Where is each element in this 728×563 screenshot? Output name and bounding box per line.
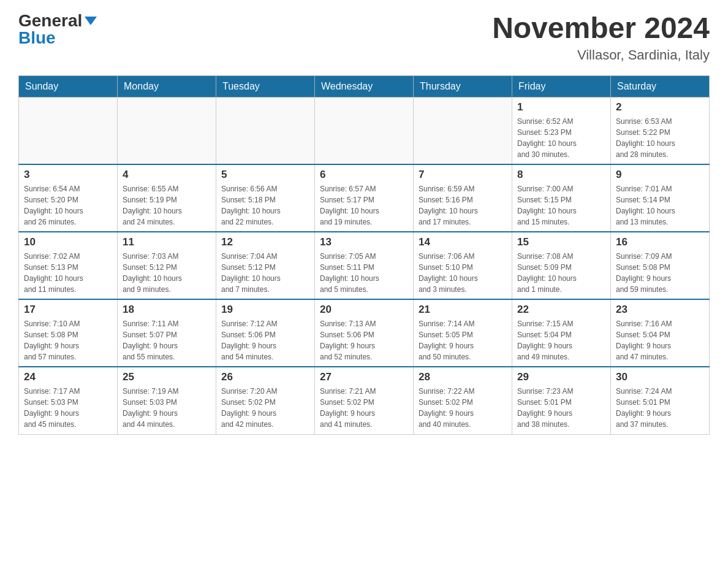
day-info: Sunrise: 7:08 AMSunset: 5:09 PMDaylight:… (517, 251, 605, 295)
calendar-cell: 29Sunrise: 7:23 AMSunset: 5:01 PMDayligh… (512, 367, 611, 434)
day-number: 2 (616, 101, 704, 113)
calendar-cell: 24Sunrise: 7:17 AMSunset: 5:03 PMDayligh… (19, 367, 118, 434)
calendar-cell: 14Sunrise: 7:06 AMSunset: 5:10 PMDayligh… (414, 232, 512, 299)
day-info: Sunrise: 7:03 AMSunset: 5:12 PMDaylight:… (123, 251, 211, 295)
day-of-week-header: Saturday (611, 75, 710, 97)
day-number: 10 (24, 236, 112, 248)
day-info: Sunrise: 7:22 AMSunset: 5:02 PMDaylight:… (419, 386, 507, 430)
day-info: Sunrise: 7:01 AMSunset: 5:14 PMDaylight:… (616, 183, 704, 228)
day-info: Sunrise: 7:11 AMSunset: 5:07 PMDaylight:… (123, 318, 211, 362)
day-info: Sunrise: 7:21 AMSunset: 5:02 PMDaylight:… (320, 386, 408, 430)
day-number: 8 (517, 169, 605, 181)
calendar-table: SundayMondayTuesdayWednesdayThursdayFrid… (18, 75, 710, 435)
day-of-week-header: Tuesday (216, 75, 315, 97)
calendar-cell (414, 97, 512, 164)
calendar-cell: 23Sunrise: 7:16 AMSunset: 5:04 PMDayligh… (611, 299, 710, 367)
calendar-cell: 21Sunrise: 7:14 AMSunset: 5:05 PMDayligh… (414, 299, 512, 367)
week-row: 1Sunrise: 6:52 AMSunset: 5:23 PMDaylight… (19, 97, 710, 164)
day-number: 13 (320, 236, 408, 248)
day-info: Sunrise: 7:17 AMSunset: 5:03 PMDaylight:… (24, 386, 112, 430)
day-number: 23 (616, 304, 704, 316)
day-of-week-header: Friday (512, 75, 611, 97)
day-info: Sunrise: 7:24 AMSunset: 5:01 PMDaylight:… (616, 386, 704, 430)
day-info: Sunrise: 7:04 AMSunset: 5:12 PMDaylight:… (221, 251, 309, 295)
calendar-cell: 1Sunrise: 6:52 AMSunset: 5:23 PMDaylight… (512, 97, 611, 164)
calendar-cell (19, 97, 118, 164)
day-info: Sunrise: 6:59 AMSunset: 5:16 PMDaylight:… (419, 183, 507, 228)
logo-general-text: General (18, 12, 82, 29)
day-number: 25 (123, 371, 211, 383)
day-info: Sunrise: 7:13 AMSunset: 5:06 PMDaylight:… (320, 318, 408, 362)
location-text: Villasor, Sardinia, Italy (492, 47, 710, 63)
calendar-cell: 12Sunrise: 7:04 AMSunset: 5:12 PMDayligh… (216, 232, 315, 299)
calendar-cell: 18Sunrise: 7:11 AMSunset: 5:07 PMDayligh… (118, 299, 216, 367)
calendar-cell: 6Sunrise: 6:57 AMSunset: 5:17 PMDaylight… (315, 164, 414, 232)
month-title: November 2024 (492, 12, 710, 45)
day-number: 5 (221, 169, 309, 181)
day-info: Sunrise: 7:00 AMSunset: 5:15 PMDaylight:… (517, 183, 605, 228)
page-header: General Blue November 2024 Villasor, Sar… (18, 12, 710, 63)
day-info: Sunrise: 7:02 AMSunset: 5:13 PMDaylight:… (24, 251, 112, 295)
day-number: 20 (320, 304, 408, 316)
day-number: 1 (517, 101, 605, 113)
calendar-cell (216, 97, 315, 164)
calendar-cell (118, 97, 216, 164)
day-of-week-header: Monday (118, 75, 216, 97)
title-section: November 2024 Villasor, Sardinia, Italy (492, 12, 710, 63)
logo: General Blue (18, 12, 97, 47)
day-info: Sunrise: 7:12 AMSunset: 5:06 PMDaylight:… (221, 318, 309, 362)
day-info: Sunrise: 7:05 AMSunset: 5:11 PMDaylight:… (320, 251, 408, 295)
day-info: Sunrise: 7:15 AMSunset: 5:04 PMDaylight:… (517, 318, 605, 362)
day-info: Sunrise: 7:14 AMSunset: 5:05 PMDaylight:… (419, 318, 507, 362)
calendar-cell: 16Sunrise: 7:09 AMSunset: 5:08 PMDayligh… (611, 232, 710, 299)
day-number: 18 (123, 304, 211, 316)
day-info: Sunrise: 6:52 AMSunset: 5:23 PMDaylight:… (517, 116, 605, 160)
day-info: Sunrise: 6:53 AMSunset: 5:22 PMDaylight:… (616, 116, 704, 160)
day-number: 27 (320, 371, 408, 383)
day-info: Sunrise: 6:54 AMSunset: 5:20 PMDaylight:… (24, 183, 112, 228)
day-number: 17 (24, 304, 112, 316)
day-number: 3 (24, 169, 112, 181)
calendar-cell: 25Sunrise: 7:19 AMSunset: 5:03 PMDayligh… (118, 367, 216, 434)
day-number: 6 (320, 169, 408, 181)
day-number: 7 (419, 169, 507, 181)
day-info: Sunrise: 7:16 AMSunset: 5:04 PMDaylight:… (616, 318, 704, 362)
day-number: 26 (221, 371, 309, 383)
day-number: 29 (517, 371, 605, 383)
calendar-cell: 30Sunrise: 7:24 AMSunset: 5:01 PMDayligh… (611, 367, 710, 434)
calendar-cell: 22Sunrise: 7:15 AMSunset: 5:04 PMDayligh… (512, 299, 611, 367)
calendar-cell (315, 97, 414, 164)
week-row: 24Sunrise: 7:17 AMSunset: 5:03 PMDayligh… (19, 367, 710, 434)
calendar-cell: 17Sunrise: 7:10 AMSunset: 5:08 PMDayligh… (19, 299, 118, 367)
day-number: 9 (616, 169, 704, 181)
calendar-cell: 11Sunrise: 7:03 AMSunset: 5:12 PMDayligh… (118, 232, 216, 299)
day-number: 22 (517, 304, 605, 316)
day-of-week-header: Sunday (19, 75, 118, 97)
week-row: 17Sunrise: 7:10 AMSunset: 5:08 PMDayligh… (19, 299, 710, 367)
calendar-header-row: SundayMondayTuesdayWednesdayThursdayFrid… (19, 75, 710, 97)
day-number: 24 (24, 371, 112, 383)
day-info: Sunrise: 7:23 AMSunset: 5:01 PMDaylight:… (517, 386, 605, 430)
calendar-cell: 10Sunrise: 7:02 AMSunset: 5:13 PMDayligh… (19, 232, 118, 299)
day-number: 19 (221, 304, 309, 316)
calendar-cell: 15Sunrise: 7:08 AMSunset: 5:09 PMDayligh… (512, 232, 611, 299)
calendar-cell: 20Sunrise: 7:13 AMSunset: 5:06 PMDayligh… (315, 299, 414, 367)
day-info: Sunrise: 7:19 AMSunset: 5:03 PMDaylight:… (123, 386, 211, 430)
logo-blue-text: Blue (18, 29, 56, 47)
day-number: 28 (419, 371, 507, 383)
day-info: Sunrise: 6:55 AMSunset: 5:19 PMDaylight:… (123, 183, 211, 228)
day-info: Sunrise: 7:09 AMSunset: 5:08 PMDaylight:… (616, 251, 704, 295)
day-number: 15 (517, 236, 605, 248)
calendar-cell: 28Sunrise: 7:22 AMSunset: 5:02 PMDayligh… (414, 367, 512, 434)
logo-arrow-icon (85, 17, 97, 25)
day-number: 21 (419, 304, 507, 316)
calendar-cell: 9Sunrise: 7:01 AMSunset: 5:14 PMDaylight… (611, 164, 710, 232)
calendar-cell: 3Sunrise: 6:54 AMSunset: 5:20 PMDaylight… (19, 164, 118, 232)
calendar-cell: 4Sunrise: 6:55 AMSunset: 5:19 PMDaylight… (118, 164, 216, 232)
day-number: 30 (616, 371, 704, 383)
week-row: 10Sunrise: 7:02 AMSunset: 5:13 PMDayligh… (19, 232, 710, 299)
day-of-week-header: Thursday (414, 75, 512, 97)
calendar-cell: 27Sunrise: 7:21 AMSunset: 5:02 PMDayligh… (315, 367, 414, 434)
day-number: 4 (123, 169, 211, 181)
day-number: 14 (419, 236, 507, 248)
